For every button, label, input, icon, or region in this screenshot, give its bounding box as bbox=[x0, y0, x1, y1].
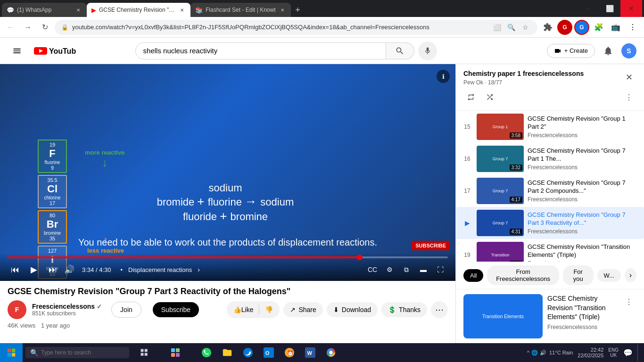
skip-back-button[interactable]: ⏮ bbox=[8, 262, 23, 277]
playlist-close-button[interactable]: ✕ bbox=[621, 70, 636, 85]
taskbar-edge-icon[interactable] bbox=[239, 344, 256, 361]
cast-icon[interactable]: 📺 bbox=[608, 20, 623, 35]
channel-subscribers: 851K subscribers bbox=[32, 310, 102, 317]
subtitles-button[interactable]: CC bbox=[365, 262, 380, 277]
taskbar-clock[interactable]: 22:42 22/02/2025 bbox=[578, 347, 603, 358]
theatre-mode-button[interactable]: ▬ bbox=[416, 262, 431, 277]
taskbar-search-input[interactable] bbox=[41, 349, 116, 356]
profile-button-1[interactable]: G bbox=[557, 20, 572, 35]
taskbar-outlook-icon[interactable]: O bbox=[260, 344, 277, 361]
search-button[interactable] bbox=[386, 42, 414, 59]
taskbar-search[interactable]: 🔍 bbox=[25, 347, 129, 358]
hamburger-menu-button[interactable] bbox=[8, 41, 26, 60]
address-text: youtube.com/watch?v=yxL0xvfBy3k&list=PL8… bbox=[72, 24, 487, 31]
extensions-button[interactable] bbox=[540, 20, 555, 35]
taskbar-explorer-icon[interactable] bbox=[219, 344, 236, 361]
volume-button[interactable]: 🔊 bbox=[64, 264, 74, 275]
tab-youtube[interactable]: ▶ GCSE Chemistry Revision "Grou... ✕ bbox=[87, 3, 190, 17]
more-options-button[interactable]: ⋯ bbox=[431, 301, 448, 318]
join-button[interactable]: Join bbox=[111, 302, 141, 318]
search-address-icon[interactable]: 🔍 bbox=[505, 22, 517, 33]
tab-from-channel[interactable]: From Freesciencelessons bbox=[487, 265, 559, 285]
youtube-logo[interactable]: YouTube bbox=[34, 46, 76, 56]
volume-icon[interactable]: 🔊 bbox=[540, 350, 546, 356]
thumb-duration: 4:31 bbox=[510, 229, 522, 235]
back-button[interactable]: ← bbox=[4, 20, 18, 34]
playlist-meta: Pew Ok · 18/77 bbox=[463, 79, 584, 86]
play-pause-button[interactable]: ▶ bbox=[26, 262, 41, 277]
bookmark-icon[interactable]: ☆ bbox=[520, 22, 531, 33]
tab-for-you[interactable]: For you bbox=[563, 265, 594, 285]
screen-cast-icon[interactable]: ⬜ bbox=[491, 22, 503, 33]
browser-menu-icon[interactable]: ⋮ bbox=[625, 20, 640, 35]
tab-youtube-close[interactable]: ✕ bbox=[178, 6, 186, 14]
widgets-button[interactable] bbox=[157, 344, 194, 361]
forward-button[interactable]: → bbox=[21, 20, 35, 34]
recommendation-card[interactable]: Transition Elements GCSE Chemistry Revis… bbox=[456, 289, 644, 343]
thumb-duration: 3:45 bbox=[510, 261, 522, 262]
search-input[interactable] bbox=[135, 42, 386, 59]
minimize-button[interactable]: ─ bbox=[577, 0, 599, 17]
tab-w[interactable]: W... bbox=[597, 269, 621, 282]
fullscreen-button[interactable]: ⛶ bbox=[433, 262, 448, 277]
playlist-item-15[interactable]: 15 Group 1 3:58 GCSE Chemistry Revision … bbox=[456, 111, 644, 143]
tab-knowt-title: Flashcard Set - Edit | Knowt bbox=[206, 7, 276, 13]
playlist-item-16[interactable]: 16 Group 7 3:32 GCSE Chemistry Revision … bbox=[456, 143, 644, 175]
task-view-button[interactable] bbox=[136, 344, 153, 361]
address-bar[interactable]: 🔒 youtube.com/watch?v=yxL0xvfBy3k&list=P… bbox=[55, 20, 537, 35]
profile-button-2[interactable]: G bbox=[574, 20, 589, 35]
system-tray: ^ 🌐 🔊 bbox=[527, 350, 546, 356]
user-avatar[interactable]: S bbox=[621, 43, 636, 58]
playlist-more-button[interactable]: ⋮ bbox=[621, 90, 636, 105]
rec-tabs-next-arrow[interactable]: › bbox=[625, 268, 636, 282]
taskbar-app5-icon[interactable]: ⏰ bbox=[281, 344, 298, 361]
playlist-item-18[interactable]: ▶ Group 7 4:31 GCSE Chemistry Revision "… bbox=[456, 207, 644, 239]
extensions-puzzle-icon[interactable]: 🧩 bbox=[591, 20, 606, 35]
share-button[interactable]: ↗ Share bbox=[283, 302, 322, 317]
progress-bar[interactable] bbox=[8, 256, 448, 258]
playlist-item-title: GCSE Chemistry Revision "Group 7 Part 1 … bbox=[528, 147, 638, 163]
settings-button[interactable]: ⚙ bbox=[382, 262, 397, 277]
network-icon[interactable]: 🌐 bbox=[531, 350, 538, 356]
start-button[interactable] bbox=[0, 343, 23, 362]
notifications-icon[interactable]: 💬 bbox=[623, 348, 633, 357]
tab-all[interactable]: All bbox=[463, 269, 483, 282]
tray-chevron[interactable]: ^ bbox=[527, 350, 529, 355]
taskbar-word-icon[interactable]: W bbox=[302, 344, 319, 361]
playlist-shuffle-button[interactable] bbox=[482, 90, 497, 105]
taskbar-whatsapp-icon[interactable] bbox=[198, 344, 215, 361]
taskbar-lang[interactable]: ENG UK bbox=[608, 347, 619, 358]
playlist-progress: Pew Ok · 18/77 bbox=[463, 79, 502, 86]
create-button[interactable]: + Create bbox=[547, 44, 595, 58]
maximize-button[interactable]: ⬜ bbox=[599, 0, 620, 17]
skip-forward-button[interactable]: ⏭ bbox=[45, 262, 60, 277]
taskbar-weather[interactable]: 11°C Rain bbox=[549, 350, 573, 355]
download-button[interactable]: ⬇ Download bbox=[327, 302, 378, 317]
miniplayer-button[interactable]: ⧉ bbox=[399, 262, 414, 277]
subscribe-button[interactable]: Subscribe bbox=[153, 302, 199, 317]
channel-avatar[interactable]: F bbox=[8, 300, 26, 319]
playlist-thumb-19: Transition 3:45 bbox=[477, 242, 524, 262]
item-number: 16 bbox=[462, 156, 473, 162]
tab-knowt-close[interactable]: ✕ bbox=[279, 6, 286, 14]
show-desktop-button[interactable] bbox=[637, 344, 640, 361]
new-tab-button[interactable]: + bbox=[291, 3, 305, 17]
voice-search-button[interactable] bbox=[418, 41, 437, 60]
tab-whatsapp-close[interactable]: ✕ bbox=[74, 6, 82, 14]
thanks-button[interactable]: 💲 Thanks bbox=[381, 302, 427, 317]
tab-youtube-title: GCSE Chemistry Revision "Grou... bbox=[99, 7, 175, 13]
playlist-controls: ⋮ bbox=[463, 90, 636, 105]
playlist-item-19[interactable]: 19 Transition 3:45 GCSE Chemistry Revisi… bbox=[456, 239, 644, 262]
taskbar-chrome-icon[interactable] bbox=[322, 344, 339, 361]
rec-more-button[interactable]: ⋮ bbox=[621, 294, 636, 309]
close-button[interactable]: ✕ bbox=[620, 0, 642, 17]
playlist-loop-button[interactable] bbox=[463, 90, 479, 105]
create-label: + Create bbox=[564, 47, 588, 54]
like-dislike-button[interactable]: 👍 Like 👎 bbox=[227, 301, 280, 318]
tab-knowt[interactable]: 📚 Flashcard Set - Edit | Knowt ✕ bbox=[190, 3, 291, 17]
notifications-button[interactable] bbox=[599, 41, 618, 60]
refresh-button[interactable]: ↻ bbox=[38, 20, 52, 34]
controls-row: ⏮ ▶ ⏭ 🔊 3:34 / 4:30 • Displacement react… bbox=[8, 262, 448, 277]
tab-whatsapp[interactable]: 💬 (1) WhatsApp ✕ bbox=[2, 3, 87, 17]
playlist-item-17[interactable]: 17 Group 7 4:17 GCSE Chemistry Revision … bbox=[456, 175, 644, 207]
